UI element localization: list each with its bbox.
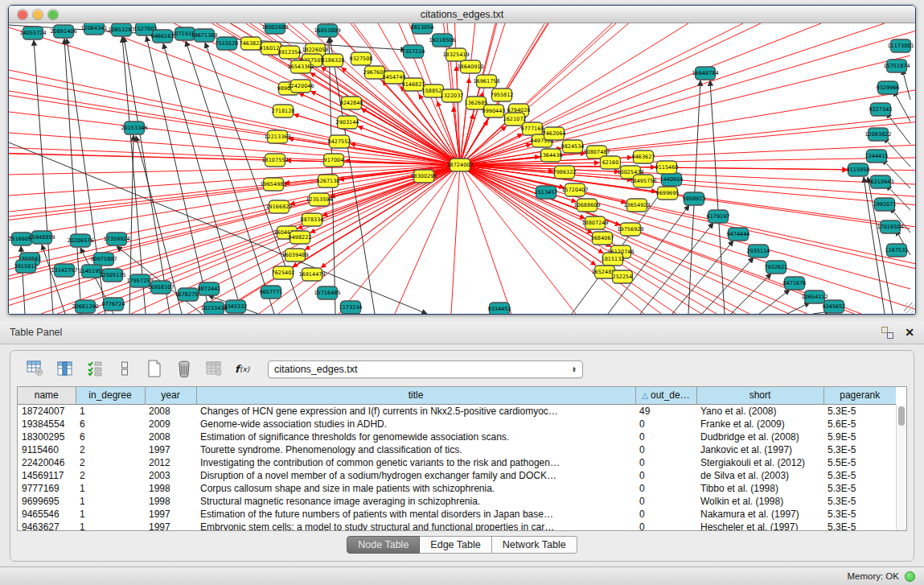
graph-node[interactable]: 16210643 [867,175,893,188]
tab-network-table[interactable]: Network Table [492,536,577,554]
graph-node[interactable]: 22420046 [287,80,314,93]
cell-year[interactable]: 1997 [145,508,196,521]
graph-node[interactable]: 12353594 [306,193,332,206]
graph-node[interactable]: 15720407 [561,183,588,196]
graph-node[interactable]: 7955812 [491,89,514,101]
graph-node[interactable]: 13142757 [51,264,77,277]
toolbar-import-table-button[interactable] [203,359,224,380]
close-button[interactable] [18,10,27,19]
cell-name[interactable]: 9777169 [18,482,76,495]
graph-node[interactable]: 5267130 [317,175,340,187]
graph-node[interactable]: 19166827 [265,200,292,213]
graph-node[interactable]: 2718120 [272,105,295,117]
graph-node[interactable]: 19218506 [429,34,455,47]
table-row[interactable]: 2242004622012Investigating the contribut… [18,456,896,469]
graph-edge[interactable] [395,165,460,314]
graph-node[interactable]: 16053809 [314,24,340,37]
graph-node[interactable]: 252254 [613,270,633,283]
graph-node[interactable]: 15751874 [883,60,910,72]
cell-out_degree[interactable]: 49 [635,404,696,418]
cell-year[interactable]: 1997 [145,443,196,456]
graph-node[interactable]: 14055724 [19,27,46,39]
table-selector-dropdown[interactable]: citations_edges.txt▲▼ [268,360,583,378]
graph-node[interactable]: 10688609 [573,199,600,212]
cell-in_degree[interactable]: 1 [76,521,145,532]
toolbar-row-height-button[interactable] [114,359,135,380]
cell-in_degree[interactable]: 1 [76,495,145,508]
graph-edge[interactable] [42,245,65,314]
cell-short[interactable]: Stergiakouli et al. (2012) [696,456,823,469]
graph-node[interactable]: 18325419 [442,48,469,61]
graph-node[interactable]: 20681290 [72,300,98,313]
graph-node[interactable]: 9824534 [561,140,585,153]
toolbar-function-builder-button[interactable]: f(x) [233,359,254,380]
column-header-in_degree[interactable]: in_degree [76,387,145,404]
graph-edge[interactable] [460,165,910,289]
graph-node[interactable]: 18640910 [457,60,483,73]
graph-node[interactable]: 9115958 [847,163,870,176]
column-header-year[interactable]: year [145,387,196,404]
cell-short[interactable]: Yano et al. (2008) [696,404,823,418]
graph-node[interactable]: 19756928 [617,223,643,236]
toolbar-show-columns-button[interactable] [55,359,76,380]
cell-out_degree[interactable]: 0 [635,456,696,469]
cell-year[interactable]: 1997 [145,521,196,532]
graph-edge[interactable] [893,91,910,122]
network-canvas[interactable]: 1405572420891406120643411065328715270026… [9,23,915,314]
graph-node[interactable]: 1992071 [873,198,897,211]
graph-node[interactable]: 6466161 [151,30,175,43]
tab-node-table[interactable]: Node Table [347,536,420,554]
graph-node[interactable]: 16543362 [287,60,314,73]
cell-short[interactable]: Hescheler et al. (1997) [696,521,823,532]
graph-node[interactable]: 9776724 [102,298,125,311]
cell-pagerank[interactable]: 5.9E-5 [823,431,896,443]
graph-node[interactable]: 7932621 [765,261,788,274]
cell-title[interactable]: Estimation of the future numbers of pati… [196,508,635,521]
cell-in_degree[interactable]: 1 [76,404,145,418]
table-row[interactable]: 1938455462009Genome-wide association stu… [18,418,896,431]
graph-node[interactable]: 9242848 [340,97,363,109]
graph-node[interactable]: 9345332 [224,300,248,313]
graph-node[interactable]: 20153346 [121,122,147,134]
graph-node[interactable]: 19671388 [191,29,217,42]
column-header-pagerank[interactable]: pagerank [823,387,896,404]
cell-in_degree[interactable]: 2 [76,469,145,482]
cell-title[interactable]: Corpus callosum shape and size in male p… [196,482,635,495]
cell-short[interactable]: Wolkin et al. (1998) [696,495,823,508]
graph-node[interactable]: 1167531 [885,244,909,257]
cell-name[interactable]: 14569117 [18,469,76,482]
cell-short[interactable]: de Silva et al. (2003) [696,469,823,482]
graph-node[interactable]: 9463627 [632,150,655,163]
graph-node[interactable]: 20891406 [50,25,76,38]
graph-node[interactable]: 11173001 [887,39,914,52]
cell-year[interactable]: 2012 [145,456,196,469]
cell-title[interactable]: Disruption of a novel member of a sodium… [196,469,635,482]
toolbar-new-table-button[interactable] [144,359,165,380]
cell-short[interactable]: Tibbo et al. (1998) [696,482,823,495]
graph-node[interactable]: 9498222 [289,231,312,244]
cell-title[interactable]: Investigating the contribution of common… [196,456,635,469]
cell-out_degree[interactable]: 0 [635,521,696,532]
graph-node[interactable]: 7357224 [402,45,425,58]
graph-node[interactable]: 8186328 [322,54,345,67]
cell-in_degree[interactable]: 2 [76,443,145,456]
cell-out_degree[interactable]: 0 [635,469,696,482]
cell-pagerank[interactable]: 5.3E-5 [823,443,896,456]
table-row[interactable]: 946554611997Estimation of the future num… [18,508,896,521]
close-panel-icon[interactable]: ✕ [905,327,914,338]
cell-title[interactable]: Embryonic stem cells: a model to study s… [196,521,635,532]
graph-node[interactable]: 1440954 [660,173,684,186]
cell-short[interactable]: Nakamura et al. (1997) [696,508,823,521]
cell-pagerank[interactable]: 5.3E-5 [823,521,896,532]
graph-node[interactable]: 9245652 [823,300,846,313]
cell-out_degree[interactable]: 0 [635,431,696,443]
graph-node[interactable]: 12093822 [864,128,891,141]
resize-grip-icon[interactable] [904,303,914,313]
cell-in_degree[interactable]: 6 [76,418,145,431]
cell-out_degree[interactable]: 0 [635,418,696,431]
graph-node[interactable]: 16961758 [473,75,499,88]
column-header-out_degree[interactable]: △out_de… [635,387,696,404]
graph-node[interactable]: 18807249 [581,216,608,229]
cell-year[interactable]: 2008 [145,404,196,418]
graph-node[interactable]: 1513457 [535,186,558,199]
